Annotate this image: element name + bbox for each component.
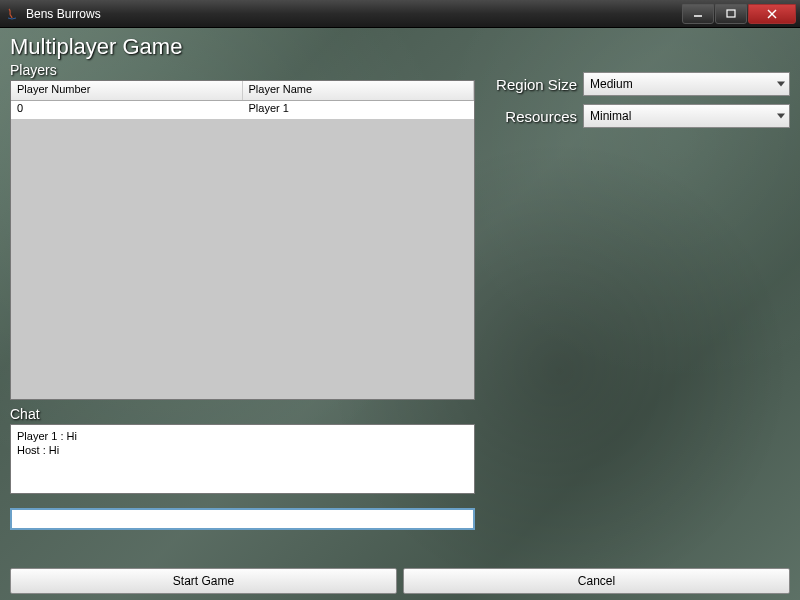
minimize-button[interactable] <box>682 4 714 24</box>
content-area: Multiplayer Game Players Player Number P… <box>0 28 800 600</box>
resources-value: Minimal <box>590 109 631 123</box>
close-button[interactable] <box>748 4 796 24</box>
players-table[interactable]: Player Number Player Name 0 Player 1 <box>10 80 475 400</box>
chat-label: Chat <box>10 406 475 422</box>
players-label: Players <box>10 62 475 78</box>
chat-message: Player 1 : Hi <box>17 429 468 443</box>
players-table-body: 0 Player 1 <box>11 101 474 399</box>
chevron-down-icon <box>777 82 785 87</box>
players-table-header: Player Number Player Name <box>11 81 474 101</box>
chat-log[interactable]: Player 1 : Hi Host : Hi <box>10 424 475 494</box>
col-player-name[interactable]: Player Name <box>243 81 475 100</box>
region-size-select[interactable]: Medium <box>583 72 790 96</box>
titlebar[interactable]: Bens Burrows <box>0 0 800 28</box>
settings-panel: Region Size Medium Resources Minimal <box>485 62 790 562</box>
chevron-down-icon <box>777 114 785 119</box>
svg-rect-1 <box>727 10 735 17</box>
resources-select[interactable]: Minimal <box>583 104 790 128</box>
cell-player-name: Player 1 <box>243 101 475 119</box>
app-window: Bens Burrows Multiplayer Game Players Pl… <box>0 0 800 600</box>
chat-group: Chat Player 1 : Hi Host : Hi <box>10 406 475 530</box>
page-title: Multiplayer Game <box>10 34 790 60</box>
chat-message: Host : Hi <box>17 443 468 457</box>
java-icon <box>4 6 20 22</box>
table-row[interactable]: 0 Player 1 <box>11 101 474 119</box>
resources-label: Resources <box>485 108 577 125</box>
col-player-number[interactable]: Player Number <box>11 81 243 100</box>
maximize-button[interactable] <box>715 4 747 24</box>
window-controls <box>681 4 796 24</box>
region-size-label: Region Size <box>485 76 577 93</box>
window-title: Bens Burrows <box>26 7 681 21</box>
start-game-button[interactable]: Start Game <box>10 568 397 594</box>
region-size-value: Medium <box>590 77 633 91</box>
cell-player-number: 0 <box>11 101 243 119</box>
cancel-button[interactable]: Cancel <box>403 568 790 594</box>
chat-input[interactable] <box>10 508 475 530</box>
players-group: Players Player Number Player Name 0 Play… <box>10 62 475 400</box>
button-row: Start Game Cancel <box>10 568 790 594</box>
